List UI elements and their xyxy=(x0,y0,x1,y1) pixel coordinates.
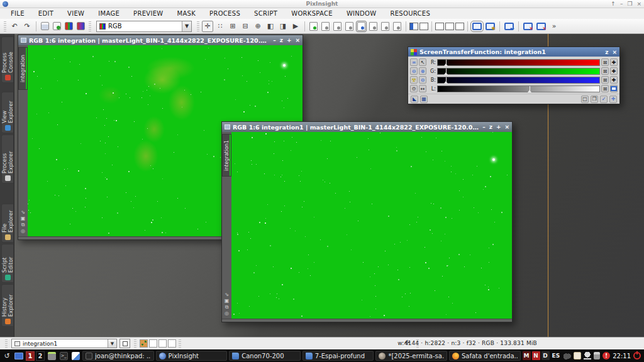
battery-tray-icon[interactable] xyxy=(594,352,600,359)
statusbar-grip[interactable] xyxy=(5,339,8,348)
close-icon[interactable]: × xyxy=(504,122,509,132)
reset-red-icon[interactable]: ⊠ xyxy=(601,58,609,66)
iconize-windows-icon[interactable] xyxy=(455,23,464,30)
menu-mask[interactable]: MASK xyxy=(170,8,203,19)
image-identifier-icon[interactable] xyxy=(41,22,49,30)
split-view-icon[interactable] xyxy=(409,23,418,30)
undo-icon[interactable]: ↶ xyxy=(9,21,20,32)
menu-preview[interactable]: PREVIEW xyxy=(126,8,170,19)
image-view-integration1[interactable] xyxy=(231,132,512,319)
cursor-mode-icon[interactable]: ▶ xyxy=(290,21,301,32)
zoom-out-icon[interactable]: ⊖ xyxy=(410,67,418,75)
view-tab-integration[interactable]: integration xyxy=(18,47,28,90)
window-bottom-frame[interactable] xyxy=(222,319,512,322)
toolbar-overflow-icon[interactable]: » xyxy=(548,21,560,32)
scroll-mode-icon[interactable]: ⇘ xyxy=(21,209,25,215)
close-icon[interactable]: × xyxy=(295,35,300,45)
compare-views-icon[interactable]: ⧉ xyxy=(21,222,25,228)
track-view-icon[interactable]: ✛ xyxy=(609,96,617,103)
red-adjust-icon[interactable]: ✚ xyxy=(610,58,618,66)
view-settings-icon[interactable]: ◎ xyxy=(225,310,229,316)
history-process-icon[interactable] xyxy=(393,22,401,31)
green-adjust-icon[interactable]: ✚ xyxy=(610,67,618,75)
workspace-cycle-icon[interactable]: ↺ xyxy=(2,351,12,361)
browse-doc-icon[interactable]: ❐ xyxy=(591,96,598,103)
power-icon[interactable] xyxy=(633,352,641,359)
workspace-new-icon[interactable]: ✱ xyxy=(486,23,495,30)
workspace-2[interactable]: 2 xyxy=(36,351,45,361)
delete-process-icon[interactable] xyxy=(345,22,353,31)
task--2025-ermita-sa-[interactable]: *[2025-ermita-sa... xyxy=(375,351,447,361)
editor-launcher[interactable] xyxy=(70,351,80,361)
close-icon[interactable]: × xyxy=(636,0,641,8)
menu-image[interactable]: IMAGE xyxy=(91,8,126,19)
rollup-icon[interactable]: ↑ xyxy=(611,0,616,8)
view-settings-icon[interactable]: ◎ xyxy=(21,228,25,234)
stf-midtone-marker[interactable] xyxy=(446,60,447,65)
view-selector-combo[interactable]: integration1 ▼ xyxy=(11,339,117,348)
workspace-switch-icon[interactable]: ↔ xyxy=(504,23,514,30)
minimize-icon[interactable]: – xyxy=(620,0,623,8)
edit-stf-icon[interactable]: ↖ xyxy=(419,58,426,66)
auto-stretch-icon[interactable]: ◣ xyxy=(411,96,418,103)
dock-tab-view-explorer[interactable]: View Explorer xyxy=(1,92,14,133)
fit-windows-icon[interactable] xyxy=(445,23,454,30)
task-safata-d-entrada-[interactable]: Safata d'entrada... xyxy=(449,351,521,361)
stf-gradient-b[interactable] xyxy=(437,77,600,84)
swatch-3[interactable] xyxy=(158,339,167,348)
shade-icon[interactable]: z xyxy=(489,122,492,132)
task-7-espai-profund[interactable]: 7-Espai-profund xyxy=(303,351,374,361)
window-titlebar[interactable]: RGB 1:6 integration | masterLight_BIN-1_… xyxy=(18,35,303,45)
task-pixinsight[interactable]: PixInsight xyxy=(156,351,228,361)
maximize-icon[interactable]: + xyxy=(496,122,501,132)
combo-dropdown-icon[interactable]: ▼ xyxy=(182,21,191,31)
stf-gradient-g[interactable] xyxy=(437,68,600,75)
statusbar-grip[interactable] xyxy=(179,339,181,348)
browse-process-icon[interactable] xyxy=(357,22,365,31)
screen-transfer-icon[interactable] xyxy=(53,22,61,30)
edit-process-icon[interactable] xyxy=(321,22,330,31)
selection-mode-icon[interactable]: ▣ xyxy=(225,298,230,304)
minimize-icon[interactable]: – xyxy=(273,35,276,45)
zoom-reset-icon[interactable]: ⊖ xyxy=(419,76,426,84)
display-palette-icon[interactable] xyxy=(77,22,85,30)
zoom-in-mode-icon[interactable]: ⊞ xyxy=(227,21,238,32)
wrench-icon[interactable]: ⚙ xyxy=(410,85,418,92)
indicator-es[interactable]: ES xyxy=(551,351,562,360)
swatch-2[interactable] xyxy=(149,339,157,348)
pan-mode-icon[interactable]: ✛ xyxy=(202,21,213,32)
menu-script[interactable]: SCRIPT xyxy=(247,8,284,19)
active-swatch[interactable] xyxy=(140,339,148,348)
stf-shade-icon[interactable]: z xyxy=(605,47,608,57)
reset-lum-icon[interactable]: ⊠ xyxy=(601,85,609,92)
weather-tray-icon[interactable] xyxy=(564,352,571,359)
stf-midtone-marker[interactable] xyxy=(530,86,530,92)
indicator-m[interactable]: M xyxy=(523,351,531,360)
minimize-icon[interactable]: – xyxy=(482,122,486,132)
tile-windows-icon[interactable] xyxy=(435,23,444,30)
notifications-bell-icon[interactable] xyxy=(584,352,591,359)
stf-close-icon[interactable]: × xyxy=(612,47,617,57)
expand-range-icon[interactable]: ↔ xyxy=(419,85,426,92)
archive-launcher[interactable] xyxy=(47,351,57,361)
workspace-current-icon[interactable] xyxy=(472,23,482,30)
toolbar-grip[interactable] xyxy=(4,21,6,31)
menu-view[interactable]: VIEW xyxy=(60,8,91,19)
maximize-icon[interactable]: + xyxy=(287,35,292,45)
close-workspace-icon[interactable]: ✕ xyxy=(536,23,546,30)
dock-tab-process-console[interactable]: Process Console xyxy=(1,36,14,83)
blue-adjust-icon[interactable]: ✚ xyxy=(610,76,618,84)
center-view-icon[interactable]: ⊕ xyxy=(252,21,264,32)
compare-views-icon[interactable]: ⧉ xyxy=(225,304,229,310)
task-canon70-200[interactable]: Canon70-200 xyxy=(229,351,301,361)
indicator-d[interactable]: D xyxy=(541,351,550,360)
stf-midtone-marker[interactable] xyxy=(446,69,447,74)
menu-process[interactable]: PROCESS xyxy=(203,8,247,19)
task-joan-thinkpad-[interactable]: joan@thinkpad: ... xyxy=(82,351,154,361)
zoom-in-icon[interactable]: ⊕ xyxy=(419,67,426,75)
new-instance-icon[interactable]: □ xyxy=(581,96,589,103)
image-window-integration1[interactable]: RGB 1:6 integration1 | masterLight_BIN-1… xyxy=(221,121,513,322)
close-all-windows-icon[interactable]: ✕ xyxy=(523,23,533,30)
link-rgb-icon[interactable]: ∞ xyxy=(410,58,418,66)
terminal-launcher[interactable]: >_ xyxy=(58,351,69,361)
